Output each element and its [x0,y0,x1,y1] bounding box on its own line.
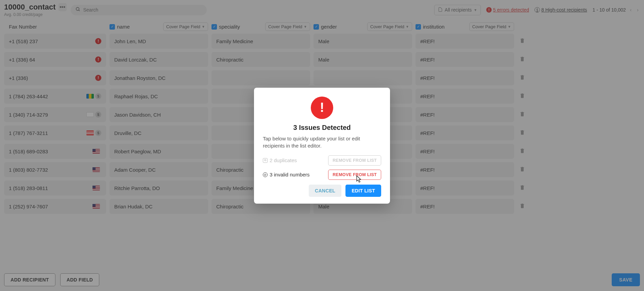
copy-icon: ⧉ [263,158,268,163]
issues-modal: ! 3 Issues Detected Tap below to quickly… [254,88,390,204]
duplicates-label: ⧉ 2 duplicates [263,157,297,163]
modal-overlay: ! 3 Issues Detected Tap below to quickly… [0,0,644,291]
invalid-label: ⊘ 3 invalid numbers [263,172,310,177]
modal-actions: CANCEL EDIT LIST [263,185,381,197]
remove-invalid-button[interactable]: REMOVE FROM LIST [328,170,381,180]
issue-invalid: ⊘ 3 invalid numbers REMOVE FROM LIST [263,170,381,180]
cancel-button[interactable]: CANCEL [309,185,341,197]
issue-duplicates: ⧉ 2 duplicates REMOVE FROM LIST [263,155,381,166]
modal-description: Tap below to quickly update your list or… [263,135,381,149]
edit-list-button[interactable]: EDIT LIST [345,185,381,197]
modal-title: 3 Issues Detected [263,124,381,132]
block-icon: ⊘ [263,172,268,177]
remove-duplicates-button[interactable]: REMOVE FROM LIST [328,155,381,166]
alert-icon: ! [311,97,333,119]
